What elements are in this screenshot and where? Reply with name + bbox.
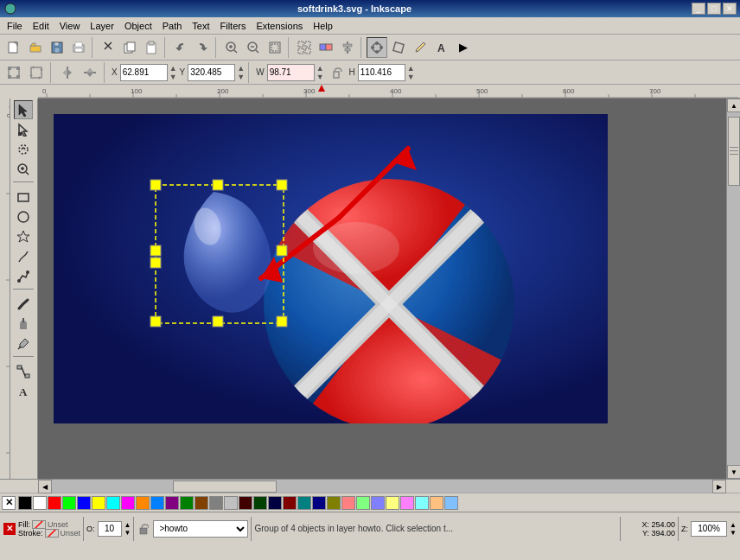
opacity-input[interactable] [98, 521, 122, 537]
color-swatch[interactable] [253, 496, 267, 510]
star-tool[interactable] [14, 227, 33, 246]
color-swatch[interactable] [165, 496, 179, 510]
menu-filters[interactable]: Filters [215, 19, 252, 33]
menu-view[interactable]: View [54, 19, 86, 33]
lock-ratio-button[interactable] [326, 62, 347, 83]
maximize-button[interactable]: □ [707, 3, 721, 15]
print-button[interactable] [68, 37, 89, 58]
scroll-up-button[interactable]: ▲ [727, 99, 740, 112]
select-tool[interactable] [14, 100, 33, 119]
flip-v-button[interactable] [80, 62, 100, 83]
zoom-spinner[interactable]: ▲▼ [730, 521, 737, 537]
opacity-spinner[interactable]: ▲▼ [124, 521, 131, 537]
color-swatch[interactable] [341, 496, 355, 510]
no-color-button[interactable]: ✕ [2, 496, 16, 510]
scroll-track-v[interactable] [727, 112, 740, 465]
group-button[interactable] [316, 37, 336, 58]
menu-help[interactable]: Help [308, 19, 338, 33]
y-input[interactable] [188, 64, 235, 81]
scroll-down-button[interactable]: ▼ [727, 465, 740, 479]
menu-layer[interactable]: Layer [85, 19, 119, 33]
color-swatch[interactable] [297, 496, 311, 510]
node-edit-button[interactable] [367, 37, 387, 58]
rotate-handles-button[interactable] [26, 62, 47, 83]
color-swatch[interactable] [283, 496, 297, 510]
align-button[interactable] [337, 37, 358, 58]
scroll-thumb-h[interactable] [173, 480, 277, 493]
text-button[interactable]: A [431, 37, 452, 58]
pen-tool[interactable] [14, 267, 33, 286]
tweak-tool[interactable] [14, 140, 33, 159]
connector-tool[interactable] [14, 362, 33, 381]
close-button[interactable]: ✕ [723, 3, 737, 15]
transform-button[interactable] [388, 37, 409, 58]
new-button[interactable] [3, 37, 24, 58]
menu-edit[interactable]: Edit [28, 19, 54, 33]
color-swatch[interactable] [327, 496, 341, 510]
zoom-input[interactable] [691, 521, 727, 537]
paste-button[interactable] [141, 37, 162, 58]
scroll-track-h[interactable] [52, 480, 712, 493]
menu-extensions[interactable]: Extensions [251, 19, 308, 33]
transform-handles-button[interactable] [3, 62, 24, 83]
scroll-left-button[interactable]: ◀ [38, 480, 52, 493]
menu-text[interactable]: Text [187, 19, 214, 33]
color-swatch[interactable] [371, 496, 385, 510]
w-input[interactable] [267, 64, 315, 81]
h-input[interactable] [358, 64, 405, 81]
select-same-button[interactable] [294, 37, 315, 58]
minimize-button[interactable]: _ [692, 3, 705, 15]
cut-button[interactable] [98, 37, 118, 58]
lock-icon[interactable] [137, 522, 150, 536]
copy-button[interactable] [119, 37, 140, 58]
vertical-scrollbar[interactable]: ▲ ▼ [726, 99, 740, 479]
flip-h-button[interactable] [57, 62, 78, 83]
stroke-box[interactable] [45, 529, 59, 538]
redo-button[interactable] [192, 37, 213, 58]
open-button[interactable] [25, 37, 46, 58]
color-swatch[interactable] [150, 496, 164, 510]
color-swatch[interactable] [136, 496, 150, 510]
scroll-thumb-v[interactable] [728, 117, 740, 186]
rect-tool[interactable] [14, 188, 33, 207]
fill-box[interactable] [32, 520, 46, 529]
color-swatch[interactable] [121, 496, 135, 510]
color-swatch[interactable] [312, 496, 326, 510]
layer-dropdown[interactable]: >howto [153, 520, 248, 538]
zoom-out-button[interactable] [243, 37, 264, 58]
canvas-area[interactable] [38, 99, 726, 479]
scroll-right-button[interactable]: ▶ [712, 480, 726, 493]
zoom-tool[interactable] [14, 160, 33, 179]
bucket-tool[interactable] [14, 315, 33, 334]
x-input[interactable] [120, 64, 168, 81]
color-swatch[interactable] [400, 496, 414, 510]
color-swatch[interactable] [415, 496, 429, 510]
color-swatch[interactable] [224, 496, 238, 510]
text-tool[interactable]: A [14, 382, 33, 401]
color-swatch[interactable] [386, 496, 399, 510]
color-swatch[interactable] [48, 496, 61, 510]
color-swatch[interactable] [195, 496, 208, 510]
color-swatch[interactable] [356, 496, 370, 510]
calligraphy-tool[interactable] [14, 295, 33, 314]
color-swatch[interactable] [77, 496, 91, 510]
pencil-button[interactable] [410, 37, 431, 58]
color-swatch[interactable] [106, 496, 120, 510]
color-swatch[interactable] [209, 496, 223, 510]
color-swatch[interactable] [18, 496, 32, 510]
undo-button[interactable] [170, 37, 191, 58]
close-small-button[interactable]: ✕ [3, 523, 16, 535]
dropper-tool[interactable] [14, 334, 33, 353]
color-swatch[interactable] [430, 496, 443, 510]
menu-path[interactable]: Path [157, 19, 188, 33]
color-swatch[interactable] [33, 496, 47, 510]
menu-object[interactable]: Object [119, 19, 157, 33]
zoom-fit-button[interactable] [265, 37, 285, 58]
color-swatch[interactable] [180, 496, 194, 510]
color-swatch[interactable] [239, 496, 252, 510]
save-button[interactable] [47, 37, 67, 58]
circle-tool[interactable] [14, 207, 33, 226]
drawing-canvas[interactable] [54, 114, 608, 423]
node-tool[interactable] [14, 120, 33, 139]
color-swatch[interactable] [92, 496, 105, 510]
